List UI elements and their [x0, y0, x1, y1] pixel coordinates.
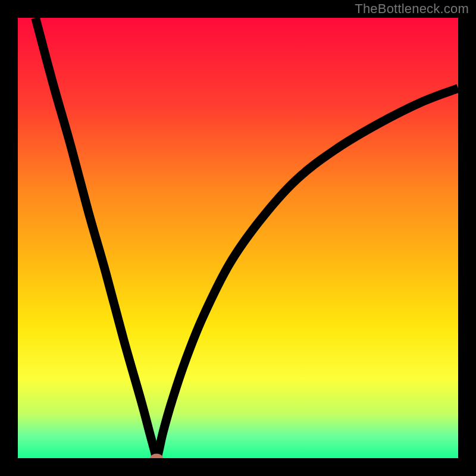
- watermark-text: TheBottleneck.com: [355, 1, 469, 17]
- chart-frame: TheBottleneck.com: [0, 0, 476, 476]
- chart-canvas: [18, 18, 458, 458]
- chart-background-gradient: [18, 18, 458, 458]
